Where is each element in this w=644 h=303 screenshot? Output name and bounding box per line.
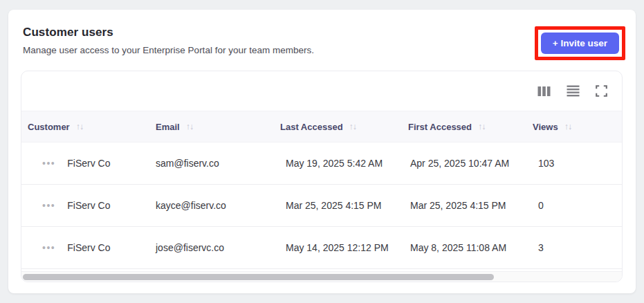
views-cell: 3 (526, 242, 622, 253)
customer-cell: ••• FiServ Co (21, 242, 149, 253)
sort-icon[interactable]: ↑↓ (349, 122, 357, 131)
page-title: Customer users (23, 26, 621, 39)
table-row: ••• FiServ Co kayce@fiserv.co Mar 25, 20… (21, 185, 622, 227)
sort-icon[interactable]: ↑↓ (76, 122, 84, 131)
row-menu-icon[interactable]: ••• (42, 158, 55, 168)
row-menu-icon[interactable]: ••• (42, 201, 55, 210)
horizontal-scrollbar[interactable] (21, 271, 622, 282)
table-header-row: Customer ↑↓ Email ↑↓ Last Accessed ↑↓ Fi… (21, 111, 622, 143)
first-accessed-cell: Mar 25, 2025 4:15 PM (402, 200, 526, 211)
table-row: ••• FiServ Co jose@fiservc.co May 14, 20… (21, 227, 622, 269)
table-toolbar (21, 71, 622, 111)
column-header-first-accessed[interactable]: First Accessed ↑↓ (402, 122, 526, 132)
first-accessed-cell: Apr 25, 2025 10:47 AM (402, 158, 526, 169)
columns-icon[interactable] (537, 86, 551, 97)
email-cell: sam@fiserv.co (149, 158, 274, 169)
card-header: Customer users Manage user access to you… (8, 10, 636, 55)
customer-name: FiServ Co (67, 200, 110, 211)
row-menu-icon[interactable]: ••• (42, 243, 55, 252)
customer-users-card: Customer users Manage user access to you… (8, 10, 636, 293)
invite-user-button[interactable]: + Invite user (541, 33, 619, 54)
sort-icon[interactable]: ↑↓ (564, 122, 572, 131)
users-table-container: Customer ↑↓ Email ↑↓ Last Accessed ↑↓ Fi… (21, 71, 623, 282)
first-accessed-cell: May 8, 2025 11:08 AM (402, 242, 526, 253)
column-header-views[interactable]: Views ↑↓ (526, 122, 622, 132)
email-cell: kayce@fiserv.co (149, 200, 274, 211)
sort-icon[interactable]: ↑↓ (186, 122, 194, 131)
sort-icon[interactable]: ↑↓ (478, 122, 486, 131)
last-accessed-cell: May 14, 2025 12:12 PM (274, 242, 402, 253)
customer-cell: ••• FiServ Co (21, 200, 149, 211)
last-accessed-cell: Mar 25, 2025 4:15 PM (274, 200, 402, 211)
customer-cell: ••• FiServ Co (21, 158, 149, 169)
column-header-last-accessed[interactable]: Last Accessed ↑↓ (274, 122, 402, 132)
last-accessed-cell: May 19, 2025 5:42 AM (274, 158, 402, 169)
scrollbar-thumb[interactable] (23, 274, 494, 280)
customer-name: FiServ Co (67, 158, 110, 169)
page-subtitle: Manage user access to your Enterprise Po… (23, 45, 621, 55)
expand-icon[interactable] (596, 85, 607, 97)
rows-icon[interactable] (567, 85, 580, 97)
table-row: ••• FiServ Co sam@fiserv.co May 19, 2025… (21, 143, 622, 185)
views-cell: 103 (526, 158, 622, 169)
highlight-box: + Invite user (535, 26, 625, 60)
email-cell: jose@fiservc.co (149, 242, 274, 253)
customer-name: FiServ Co (67, 242, 110, 253)
column-header-customer[interactable]: Customer ↑↓ (21, 122, 149, 132)
views-cell: 0 (526, 200, 622, 211)
column-header-email[interactable]: Email ↑↓ (149, 122, 274, 132)
